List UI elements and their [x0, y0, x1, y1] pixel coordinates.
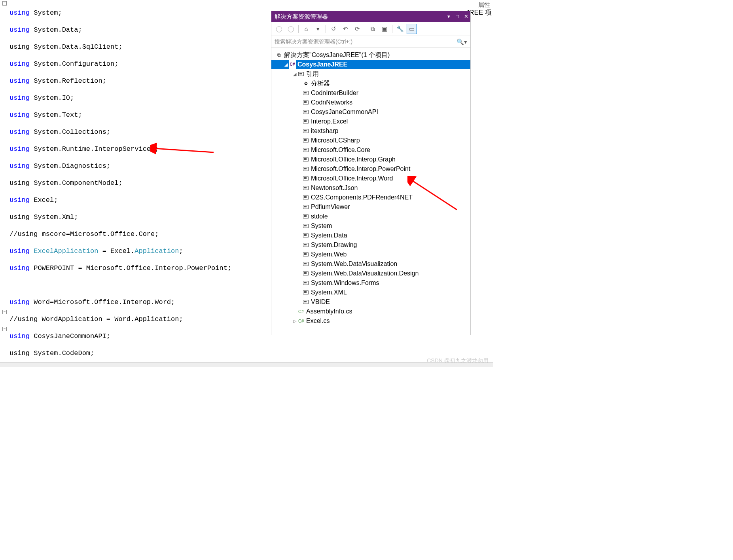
reference-icon — [302, 139, 309, 142]
reference-item[interactable]: itextsharp — [271, 126, 470, 136]
maximize-icon[interactable]: □ — [453, 12, 462, 21]
home-button[interactable]: ⌂ — [301, 24, 311, 34]
history-button[interactable]: ↺ — [328, 24, 339, 34]
reference-item[interactable]: System.Data — [271, 231, 470, 240]
show-all-button[interactable]: ▣ — [379, 24, 390, 34]
analyzers-icon: ⚙ — [302, 79, 309, 88]
refresh-button[interactable]: ⟳ — [352, 24, 362, 34]
reference-icon — [302, 158, 309, 161]
expand-icon[interactable]: ◢ — [283, 60, 289, 69]
reference-item[interactable]: System.Web.DataVisualization.Design — [271, 269, 470, 278]
search-icon[interactable]: 🔍▾ — [456, 38, 467, 46]
collapse-all-button[interactable]: ⧉ — [367, 24, 378, 34]
reference-item[interactable]: System.XML — [271, 288, 470, 297]
close-icon[interactable]: ✕ — [462, 12, 470, 21]
solution-icon: ⧉ — [275, 50, 282, 60]
reference-icon — [302, 186, 309, 190]
solution-explorer-panel: 解决方案资源管理器 ▾ □ ✕ ◯ ◯ ⌂ ▾ ↺ ↶ ⟳ ⧉ ▣ 🔧 ▭ 搜索… — [271, 11, 471, 335]
undo-button[interactable]: ↶ — [340, 24, 350, 34]
reference-icon — [302, 262, 309, 266]
reference-item[interactable]: Microsoft.CSharp — [271, 136, 470, 145]
reference-icon — [302, 271, 309, 275]
reference-icon — [302, 300, 309, 304]
code-editor[interactable]: − − − using System; using System.Data; u… — [0, 0, 271, 364]
solution-filter-button[interactable]: ▾ — [313, 24, 323, 34]
file-item[interactable]: C#AssemblyInfo.cs — [271, 307, 470, 316]
reference-item[interactable]: CosysJaneCommonAPI — [271, 107, 470, 117]
reference-item[interactable]: Microsoft.Office.Interop.Graph — [271, 155, 470, 164]
reference-item[interactable]: Newtonsoft.Json — [271, 183, 470, 193]
reference-icon — [302, 290, 309, 294]
reference-icon — [302, 205, 309, 209]
reference-icon — [302, 167, 309, 171]
reference-icon — [302, 177, 309, 180]
collapse-icon[interactable]: − — [2, 1, 7, 6]
references-node[interactable]: ◢ 引用 — [271, 69, 470, 79]
footer-bar — [0, 362, 493, 367]
reference-icon — [302, 215, 309, 218]
code-body: using System; using System.Data; using S… — [9, 0, 231, 364]
reference-icon — [302, 281, 309, 285]
reference-item[interactable]: Interop.Excel — [271, 117, 470, 126]
reference-icon — [302, 129, 309, 133]
csharp-file-icon: C# — [297, 316, 305, 326]
references-icon — [297, 72, 305, 76]
panel-search[interactable]: 搜索解决方案资源管理器(Ctrl+;) 🔍▾ — [271, 36, 470, 48]
reference-icon — [302, 120, 309, 123]
dropdown-icon[interactable]: ▾ — [444, 12, 453, 21]
properties-button[interactable]: 🔧 — [395, 24, 405, 34]
reference-item[interactable]: Microsoft.Office.Interop.PowerPoint — [271, 164, 470, 174]
reference-item[interactable]: CodnInterBuilder — [271, 88, 470, 98]
reference-item[interactable]: System.Web — [271, 250, 470, 259]
csharp-file-icon: C# — [297, 307, 305, 316]
reference-item[interactable]: System.Drawing — [271, 240, 470, 250]
reference-item[interactable]: Microsoft.Office.Core — [271, 145, 470, 155]
reference-item[interactable]: PdfiumViewer — [271, 202, 470, 212]
reference-item[interactable]: CodnNetworks — [271, 98, 470, 107]
reference-icon — [302, 243, 309, 247]
analyzers-node[interactable]: ⚙ 分析器 — [271, 79, 470, 88]
collapse-icon[interactable]: − — [2, 310, 7, 314]
reference-icon — [302, 196, 309, 199]
panel-title-bar[interactable]: 解决方案资源管理器 ▾ □ ✕ — [271, 11, 470, 22]
solution-tree[interactable]: ⧉ 解决方案"CosysJaneJREE"(1 个项目) ◢ C# CosysJ… — [271, 48, 470, 328]
panel-toolbar: ◯ ◯ ⌂ ▾ ↺ ↶ ⟳ ⧉ ▣ 🔧 ▭ — [271, 22, 470, 36]
csharp-project-icon: C# — [289, 59, 296, 70]
watermark: CSDN @初九之潜龙勿用 — [427, 357, 489, 364]
back-button[interactable]: ◯ — [274, 24, 284, 34]
reference-item[interactable]: System — [271, 221, 470, 231]
reference-icon — [302, 101, 309, 104]
file-item[interactable]: ▷C#Excel.cs — [271, 316, 470, 326]
preview-button[interactable]: ▭ — [407, 24, 417, 34]
collapse-icon[interactable]: − — [2, 327, 7, 331]
reference-icon — [302, 252, 309, 256]
expand-icon[interactable]: ◢ — [292, 69, 297, 79]
reference-item[interactable]: Microsoft.Office.Interop.Word — [271, 174, 470, 183]
reference-icon — [302, 224, 309, 228]
reference-icon — [302, 91, 309, 95]
reference-item[interactable]: stdole — [271, 212, 470, 221]
reference-item[interactable]: O2S.Components.PDFRender4NET — [271, 193, 470, 202]
code-gutter: − − − — [0, 0, 9, 364]
reference-item[interactable]: System.Web.DataVisualization — [271, 259, 470, 269]
search-placeholder: 搜索解决方案资源管理器(Ctrl+;) — [275, 38, 352, 46]
panel-title: 解决方案资源管理器 — [275, 11, 328, 22]
reference-icon — [302, 148, 309, 152]
forward-button[interactable]: ◯ — [286, 24, 296, 34]
solution-node[interactable]: ⧉ 解决方案"CosysJaneJREE"(1 个项目) — [271, 50, 470, 60]
expand-icon[interactable]: ▷ — [292, 316, 297, 326]
reference-icon — [302, 233, 309, 237]
reference-icon — [302, 110, 309, 114]
reference-item[interactable]: System.Windows.Forms — [271, 278, 470, 288]
reference-item[interactable]: VBIDE — [271, 297, 470, 307]
project-node[interactable]: ◢ C# CosysJaneJREE — [271, 60, 470, 69]
